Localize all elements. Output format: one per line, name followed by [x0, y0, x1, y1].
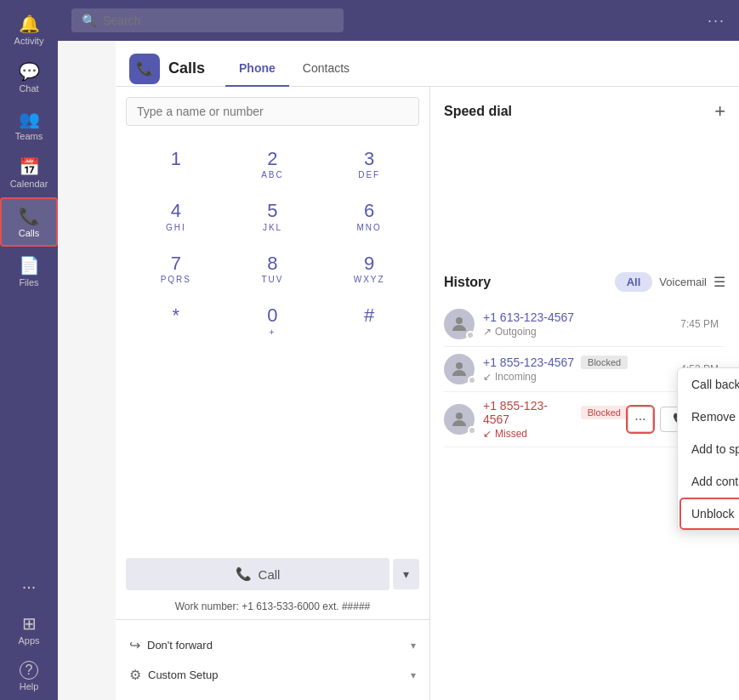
search-icon: 🔍: [82, 14, 96, 27]
dropdown-remove-from-view[interactable]: Remove from view: [678, 401, 739, 433]
topbar: 🔍 ···: [58, 0, 739, 41]
dialpad-key-5[interactable]: 5 JKL: [226, 191, 320, 240]
body-split: 1 2 ABC 3 DEF 4 GHI: [116, 87, 739, 700]
dialpad-key-2[interactable]: 2 ABC: [226, 139, 320, 188]
forward-chevron: ▾: [411, 640, 416, 652]
setup-label: Custom Setup: [148, 669, 218, 681]
history-header: History All Voicemail ☰: [444, 272, 725, 292]
sidebar-item-files[interactable]: 📄 Files: [0, 248, 58, 294]
dropdown-add-contact[interactable]: Add contact: [678, 465, 739, 498]
sidebar-item-label: Activity: [14, 36, 44, 46]
dropdown-menu: Call back Remove from view Add to speed …: [677, 367, 739, 531]
tab-contacts[interactable]: Contacts: [289, 51, 363, 87]
sidebar: 🔔 Activity 💬 Chat 👥 Teams 📅 Calendar 📞 C…: [0, 0, 58, 700]
call-phone-icon: 📞: [236, 566, 252, 582]
tab-phone[interactable]: Phone: [225, 51, 289, 87]
sidebar-item-activity[interactable]: 🔔 Activity: [0, 7, 58, 53]
dialpad-key-9[interactable]: 9 WXYZ: [322, 244, 416, 293]
left-footer: ↪ Don't forward ▾ ⚙ Custom Setup ▾: [116, 619, 429, 700]
call-button[interactable]: 📞 Call: [126, 558, 389, 590]
sidebar-item-label: Apps: [18, 635, 39, 646]
call-dropdown[interactable]: ▾: [393, 559, 419, 589]
svg-point-2: [456, 413, 463, 419]
dialpad-key-hash[interactable]: #: [322, 296, 416, 344]
dropdown-unblock[interactable]: Unblock: [681, 499, 739, 528]
forward-setting[interactable]: ↪ Don't forward ▾: [129, 630, 416, 660]
call-time: 7:45 PM: [680, 318, 725, 330]
main-content: 📞 Calls Phone Contacts 1 2 ABC: [116, 41, 739, 700]
speed-dial-area: [444, 133, 725, 269]
dialpad-search-input[interactable]: [126, 97, 419, 126]
topbar-more-button[interactable]: ···: [708, 12, 725, 30]
call-direction: ↙ Incoming: [483, 371, 680, 383]
dialpad-key-4[interactable]: 4 GHI: [129, 191, 223, 240]
sidebar-item-apps[interactable]: ⊞ Apps: [0, 606, 58, 652]
search-input[interactable]: [103, 14, 324, 27]
dialpad: 1 2 ABC 3 DEF 4 GHI: [116, 136, 429, 551]
sidebar-item-label: Chat: [19, 83, 38, 94]
dialpad-grid: 1 2 ABC 3 DEF 4 GHI: [129, 139, 416, 345]
history-title: History: [444, 275, 491, 290]
call-info: +1 613-123-4567 ↗ Outgoing: [483, 310, 680, 338]
call-number: +1 855-123-4567: [483, 356, 574, 369]
sidebar-item-label: Files: [19, 277, 38, 287]
avatar: [444, 309, 475, 339]
sidebar-item-help[interactable]: ? Help: [0, 654, 58, 698]
dropdown-add-to-speed-dial[interactable]: Add to speed dial: [678, 433, 739, 465]
chat-icon: 💬: [19, 61, 40, 82]
sidebar-item-calendar[interactable]: 📅 Calendar: [0, 150, 58, 196]
more-icon: ···: [22, 577, 37, 596]
filter-icon[interactable]: ☰: [713, 274, 725, 290]
activity-icon: 🔔: [19, 14, 40, 34]
sidebar-item-label: Help: [20, 681, 39, 691]
blocked-badge: Blocked: [581, 356, 628, 369]
sidebar-item-chat[interactable]: 💬 Chat: [0, 54, 58, 100]
avatar: [444, 354, 475, 384]
dialpad-key-0[interactable]: 0 +: [226, 296, 320, 344]
forward-icon: ↪: [129, 637, 140, 653]
call-number: +1 855-123-4567: [483, 399, 574, 426]
sidebar-item-more[interactable]: ···: [19, 570, 40, 605]
blocked-badge: Blocked: [581, 406, 628, 419]
speed-dial-add-button[interactable]: +: [714, 100, 725, 122]
right-panel: Speed dial + History All Voicemail ☰ +1 …: [430, 87, 739, 700]
svg-point-0: [456, 317, 463, 324]
sidebar-item-label: Teams: [15, 131, 43, 141]
call-info: +1 855-123-4567 Blocked ↙ Missed: [483, 399, 628, 440]
calendar-icon: 📅: [19, 157, 40, 177]
call-number: +1 613-123-4567: [483, 310, 680, 324]
dialpad-key-star[interactable]: *: [129, 296, 223, 344]
dialpad-key-6[interactable]: 6 MNO: [322, 191, 416, 240]
svg-point-1: [456, 362, 463, 369]
apps-icon: ⊞: [22, 613, 37, 634]
files-icon: 📄: [19, 255, 40, 276]
dialpad-key-7[interactable]: 7 PQRS: [129, 244, 223, 293]
sidebar-item-calls[interactable]: 📞 Calls: [0, 197, 58, 247]
call-direction: ↙ Missed: [483, 428, 628, 440]
calls-page-icon: 📞: [129, 54, 160, 84]
teams-icon: 👥: [19, 109, 40, 129]
search-box[interactable]: 🔍: [71, 9, 344, 32]
speed-dial-header: Speed dial +: [444, 100, 725, 122]
dropdown-call-back[interactable]: Call back: [678, 368, 739, 401]
page-header: 📞 Calls Phone Contacts: [116, 41, 739, 87]
setup-icon: ⚙: [129, 667, 141, 683]
page-title: Calls: [168, 60, 205, 77]
dialpad-key-8[interactable]: 8 TUV: [226, 244, 320, 293]
avatar: [444, 404, 475, 435]
call-row: 📞 Call ▾: [126, 558, 419, 590]
filter-all-button[interactable]: All: [615, 272, 653, 292]
dialpad-key-3[interactable]: 3 DEF: [322, 139, 416, 188]
history-item: +1 613-123-4567 ↗ Outgoing 7:45 PM: [444, 302, 725, 347]
custom-setup[interactable]: ⚙ Custom Setup ▾: [129, 660, 416, 690]
call-direction: ↗ Outgoing: [483, 326, 680, 338]
sidebar-item-teams[interactable]: 👥 Teams: [0, 102, 58, 148]
left-panel: 1 2 ABC 3 DEF 4 GHI: [116, 87, 430, 700]
setup-chevron: ▾: [411, 669, 416, 681]
dialpad-key-1[interactable]: 1: [129, 139, 223, 188]
calls-icon: 📞: [19, 206, 40, 226]
more-options-button[interactable]: ···: [628, 407, 653, 432]
filter-voicemail-button[interactable]: Voicemail: [659, 276, 707, 288]
call-info: +1 855-123-4567 Blocked ↙ Incoming: [483, 356, 680, 383]
forward-label: Don't forward: [147, 639, 213, 652]
